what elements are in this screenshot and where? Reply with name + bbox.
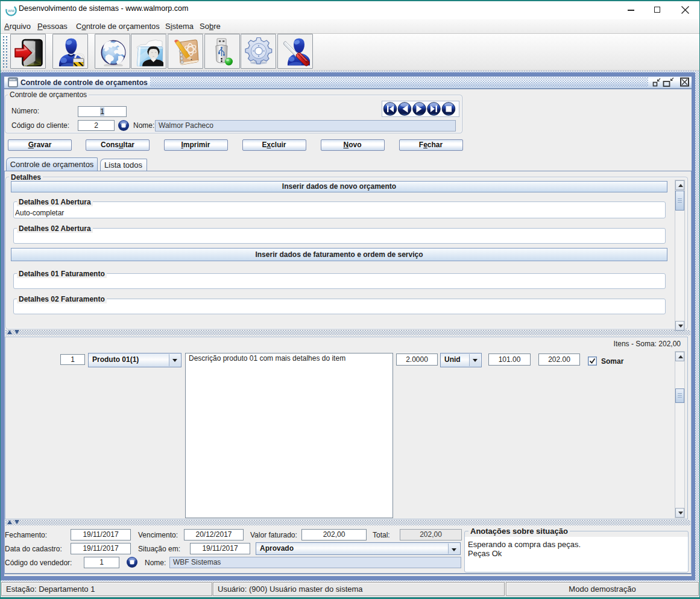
svg-text:WM: WM — [8, 9, 14, 13]
